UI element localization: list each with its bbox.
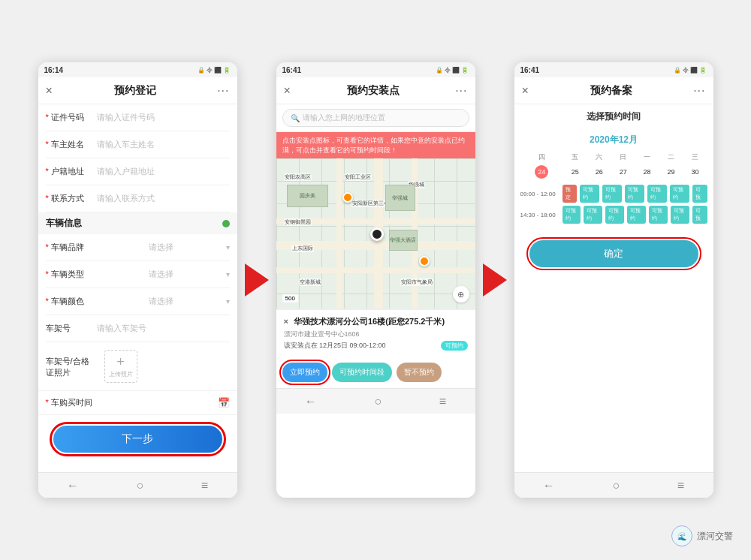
contact-field[interactable]: 联系方式 请输入联系方式 bbox=[46, 185, 230, 212]
nav-title-1: 预约登记 bbox=[114, 84, 156, 98]
tentative-button[interactable]: 暂不预约 bbox=[397, 363, 442, 382]
next-step-button[interactable]: 下一步 bbox=[53, 426, 222, 453]
slot-afternoon-chip-3[interactable]: 可预约 bbox=[605, 206, 624, 224]
slot-afternoon-chip-7[interactable]: 可预 bbox=[692, 206, 707, 224]
vehicle-type-field[interactable]: 车辆类型 请选择 ▾ bbox=[46, 261, 230, 288]
search-icon: 🔍 bbox=[291, 114, 300, 122]
morning-slot-row: 09:00 - 12:00 预定 可预约 可预约 可预约 可预约 可预约 可预 bbox=[520, 185, 707, 203]
cal-day-30[interactable]: 30 bbox=[683, 164, 707, 180]
map-label-8: 空港新城 bbox=[299, 278, 321, 286]
install-info-panel: × 华强技术漂河分公司16楼(距您275.2千米) 漂河市建业壹号中心1606 … bbox=[276, 309, 475, 357]
address-label: 户籍地址 bbox=[46, 166, 97, 177]
back-button-3[interactable]: ← bbox=[543, 479, 555, 492]
map-building-3: 华强大酒店 bbox=[389, 230, 418, 251]
weekday-tue: 二 bbox=[659, 151, 683, 164]
slot-available-chip-4[interactable]: 可预约 bbox=[647, 185, 667, 203]
map-search-container[interactable]: 🔍 请输入您上网的地理位置 bbox=[282, 109, 469, 127]
more-button-3[interactable]: ··· bbox=[693, 84, 705, 98]
close-button-1[interactable]: × bbox=[46, 84, 53, 98]
back-button-2[interactable]: ← bbox=[305, 395, 317, 408]
status-time-1: 16:14 bbox=[44, 66, 64, 74]
map-area[interactable]: 安阳农高区 安阳工业区 安阳新区第三小学 华强城 安钢御景园 安阳市气象局 上东… bbox=[276, 158, 475, 309]
upload-button[interactable]: + 上传照片 bbox=[104, 350, 137, 383]
contact-placeholder: 请输入联系方式 bbox=[97, 193, 230, 204]
watermark: 🌊 漂河交警 bbox=[671, 525, 733, 546]
address-field[interactable]: 户籍地址 请输入户籍地址 bbox=[46, 158, 230, 185]
bottom-nav-1: ← ○ ≡ bbox=[38, 472, 237, 498]
cal-day-27[interactable]: 27 bbox=[611, 164, 635, 180]
home-button-2[interactable]: ○ bbox=[374, 395, 382, 408]
menu-button-2[interactable]: ≡ bbox=[439, 395, 446, 408]
calendar-section: 2020年12月 四 五 六 日 一 二 三 bbox=[514, 126, 713, 231]
calendar-row-1: 24 25 26 27 28 29 30 bbox=[520, 164, 707, 180]
slot-available-chip-1[interactable]: 可预约 bbox=[580, 185, 599, 203]
slot-afternoon-chip-5[interactable]: 可预约 bbox=[649, 206, 668, 224]
cal-day-26[interactable]: 26 bbox=[587, 164, 611, 180]
install-close-button[interactable]: × bbox=[284, 317, 288, 326]
forward-arrow-icon-1 bbox=[245, 263, 269, 297]
status-icons-2: 🔒 令 ⬛ 🔋 bbox=[436, 66, 469, 74]
slot-available-chip-3[interactable]: 可预约 bbox=[625, 185, 644, 203]
compass-icon: ⊕ bbox=[453, 286, 469, 303]
cal-day-29[interactable]: 29 bbox=[659, 164, 683, 180]
purchase-time-label: 车购买时间 bbox=[46, 397, 97, 408]
cal-day-25[interactable]: 25 bbox=[563, 164, 587, 180]
back-button-1[interactable]: ← bbox=[67, 479, 79, 492]
nav-bar-1: × 预约登记 ··· bbox=[38, 77, 237, 104]
time-slot-section: 09:00 - 12:00 预定 可预约 可预约 可预约 可预约 可预约 可预 … bbox=[520, 185, 707, 224]
slot-available-chip-6[interactable]: 可预 bbox=[692, 185, 707, 203]
confirm-button-container: 确定 bbox=[514, 231, 713, 276]
available-times-button[interactable]: 可预约时间段 bbox=[332, 363, 392, 382]
menu-button-3[interactable]: ≡ bbox=[677, 479, 684, 492]
slot-selected-chip[interactable]: 预定 bbox=[562, 185, 578, 203]
nav-title-2: 预约安装点 bbox=[347, 84, 400, 98]
cal-day-28[interactable]: 28 bbox=[635, 164, 659, 180]
arrow-1 bbox=[245, 263, 269, 297]
cal-day-24[interactable]: 24 bbox=[520, 164, 563, 180]
slot-afternoon-chip-4[interactable]: 可预约 bbox=[627, 206, 646, 224]
home-button-3[interactable]: ○ bbox=[612, 479, 620, 492]
road-v-1 bbox=[336, 158, 342, 309]
more-button-2[interactable]: ··· bbox=[455, 84, 467, 98]
vin-field[interactable]: 车架号 请输入车架号 bbox=[46, 315, 230, 342]
chevron-down-icon-brand: ▾ bbox=[226, 243, 230, 251]
close-button-3[interactable]: × bbox=[522, 84, 529, 98]
slot-available-chip-5[interactable]: 可预约 bbox=[670, 185, 689, 203]
map-install-pin-1[interactable] bbox=[342, 192, 353, 203]
chevron-down-icon-type: ▾ bbox=[226, 270, 230, 278]
purchase-time-field[interactable]: 车购买时间 📅 bbox=[38, 391, 237, 415]
confirm-button[interactable]: 确定 bbox=[529, 240, 698, 267]
map-selected-pin bbox=[370, 227, 384, 241]
calendar-grid: 四 五 六 日 一 二 三 24 25 26 bbox=[520, 151, 707, 180]
more-button-1[interactable]: ··· bbox=[217, 84, 229, 98]
vehicle-color-field[interactable]: 车辆颜色 请选择 ▾ bbox=[46, 288, 230, 315]
vehicle-type-label: 车辆类型 bbox=[46, 269, 97, 280]
status-icons-1: 🔒 令 ⬛ 🔋 bbox=[198, 66, 231, 74]
home-button-1[interactable]: ○ bbox=[136, 479, 143, 492]
slot-afternoon-chip-1[interactable]: 可预约 bbox=[562, 206, 581, 224]
book-now-button[interactable]: 立即预约 bbox=[282, 363, 327, 382]
nav-title-3: 预约备案 bbox=[590, 84, 632, 98]
calendar-month-title: 2020年12月 bbox=[520, 131, 707, 151]
install-time-row: 该安装点在 12月25日 09:00-12:00 可预约 bbox=[284, 341, 468, 351]
id-number-field[interactable]: 证件号码 请输入证件号码 bbox=[46, 104, 230, 131]
vehicle-section-header: 车辆信息 bbox=[38, 212, 237, 234]
owner-name-field[interactable]: 车主姓名 请输入车主姓名 bbox=[46, 131, 230, 158]
map-scale: 500 bbox=[282, 294, 298, 303]
slot-afternoon-chip-2[interactable]: 可预约 bbox=[584, 206, 602, 224]
slot-available-chip-2[interactable]: 可预约 bbox=[602, 185, 622, 203]
status-bar-3: 16:41 🔒 令 ⬛ 🔋 bbox=[514, 62, 713, 77]
vehicle-brand-field[interactable]: 车辆品牌 请选择 ▾ bbox=[46, 234, 230, 261]
map-install-pin-2[interactable] bbox=[419, 256, 430, 266]
slot-afternoon-chip-6[interactable]: 可预约 bbox=[671, 206, 689, 224]
today-badge: 24 bbox=[535, 165, 548, 179]
menu-button-1[interactable]: ≡ bbox=[201, 479, 208, 492]
install-name: × 华强技术漂河分公司16楼(距您275.2千米) bbox=[284, 316, 468, 327]
vehicle-form-section: 车辆品牌 请选择 ▾ 车辆类型 请选择 ▾ 车辆颜色 请选择 ▾ 车架号 请输入… bbox=[38, 234, 237, 342]
install-address: 漂河市建业壹号中心1606 bbox=[284, 330, 468, 339]
nav-bar-3: × 预约备案 ··· bbox=[514, 77, 713, 104]
weekday-fri: 五 bbox=[563, 151, 587, 164]
map-label-6: 安阳市气象局 bbox=[400, 278, 433, 286]
close-button-2[interactable]: × bbox=[284, 84, 291, 98]
upload-section: 车架号/合格证照片 + 上传照片 bbox=[38, 342, 237, 391]
